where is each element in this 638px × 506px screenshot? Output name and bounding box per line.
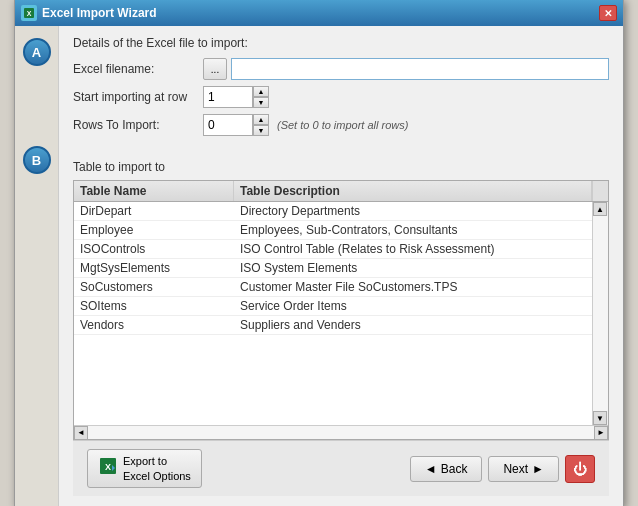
start-row-down[interactable]: ▼ <box>253 97 269 108</box>
app-icon: X <box>21 5 37 21</box>
scroll-down-btn[interactable]: ▼ <box>593 411 607 425</box>
table-section: Table to import to Table Name Table Desc… <box>73 160 609 440</box>
rows-import-down[interactable]: ▼ <box>253 125 269 136</box>
cell-desc: Directory Departments <box>234 202 592 220</box>
cell-desc: Suppliers and Venders <box>234 316 592 334</box>
cell-name: ISOControls <box>74 240 234 258</box>
rows-import-spinner: ▲ ▼ <box>203 114 269 136</box>
back-arrow-icon: ◄ <box>425 462 437 476</box>
rows-import-label: Rows To Import: <box>73 118 203 132</box>
back-button[interactable]: ◄ Back <box>410 456 483 482</box>
table-row[interactable]: SOItems Service Order Items <box>74 297 592 316</box>
rows-import-row: Rows To Import: ▲ ▼ (Set to 0 to import … <box>73 114 609 136</box>
table-row[interactable]: SoCustomers Customer Master File SoCusto… <box>74 278 592 297</box>
main-window: X Excel Import Wizard ✕ A B Details of t… <box>14 0 624 506</box>
cell-desc: Employees, Sub-Contrators, Consultants <box>234 221 592 239</box>
svg-text:X: X <box>27 10 32 17</box>
left-panel: A B <box>15 26 59 506</box>
start-row-row: Start importing at row ▲ ▼ <box>73 86 609 108</box>
nav-buttons: ◄ Back Next ► ⏻ <box>410 455 595 483</box>
horizontal-scrollbar[interactable]: ◄ ► <box>74 425 608 439</box>
scroll-track <box>593 216 608 411</box>
cell-desc: ISO System Elements <box>234 259 592 277</box>
rows-import-spinner-buttons: ▲ ▼ <box>253 114 269 136</box>
power-button[interactable]: ⏻ <box>565 455 595 483</box>
svg-text:X: X <box>105 462 111 472</box>
filename-row: Excel filename: ... <box>73 58 609 80</box>
filename-label: Excel filename: <box>73 62 203 76</box>
col-header-desc: Table Description <box>234 181 592 201</box>
power-icon: ⏻ <box>573 461 587 477</box>
start-row-input[interactable] <box>203 86 253 108</box>
step-b: B <box>23 146 51 174</box>
cell-desc: Service Order Items <box>234 297 592 315</box>
scroll-up-btn[interactable]: ▲ <box>593 202 607 216</box>
table-section-label: Table to import to <box>73 160 609 174</box>
browse-button[interactable]: ... <box>203 58 227 80</box>
h-scroll-track <box>88 426 594 439</box>
titlebar-left: X Excel Import Wizard <box>21 5 157 21</box>
bottom-bar: X Export toExcel Options ◄ Back Next ► <box>73 440 609 496</box>
table-header: Table Name Table Description <box>74 181 608 202</box>
form-area: Details of the Excel file to import: Exc… <box>73 36 609 142</box>
back-label: Back <box>441 462 468 476</box>
start-row-spinner-buttons: ▲ ▼ <box>253 86 269 108</box>
table-row[interactable]: Employee Employees, Sub-Contrators, Cons… <box>74 221 592 240</box>
titlebar: X Excel Import Wizard ✕ <box>15 0 623 26</box>
rows-import-up[interactable]: ▲ <box>253 114 269 125</box>
cell-name: SoCustomers <box>74 278 234 296</box>
next-label: Next <box>503 462 528 476</box>
next-button[interactable]: Next ► <box>488 456 559 482</box>
cell-name: Employee <box>74 221 234 239</box>
main-layout: A B Details of the Excel file to import:… <box>15 26 623 506</box>
table-row[interactable]: DirDepart Directory Departments <box>74 202 592 221</box>
rows-import-input[interactable] <box>203 114 253 136</box>
scroll-left-btn[interactable]: ◄ <box>74 426 88 440</box>
scroll-right-btn[interactable]: ► <box>594 426 608 440</box>
scrollbar-top <box>592 181 608 201</box>
vertical-scrollbar[interactable]: ▲ ▼ <box>592 202 608 425</box>
table-body[interactable]: DirDepart Directory Departments Employee… <box>74 202 592 425</box>
table-row[interactable]: Vendors Suppliers and Venders <box>74 316 592 335</box>
table-row[interactable]: ISOControls ISO Control Table (Relates t… <box>74 240 592 259</box>
next-arrow-icon: ► <box>532 462 544 476</box>
export-icon: X <box>98 456 118 481</box>
cell-name: MgtSysElements <box>74 259 234 277</box>
form-section-label: Details of the Excel file to import: <box>73 36 609 50</box>
cell-name: Vendors <box>74 316 234 334</box>
filename-input[interactable] <box>231 58 609 80</box>
col-header-name: Table Name <box>74 181 234 201</box>
window-title: Excel Import Wizard <box>42 6 157 20</box>
cell-name: DirDepart <box>74 202 234 220</box>
step-a: A <box>23 38 51 66</box>
start-row-label: Start importing at row <box>73 90 203 104</box>
close-button[interactable]: ✕ <box>599 5 617 21</box>
table-row[interactable]: MgtSysElements ISO System Elements <box>74 259 592 278</box>
rows-hint: (Set to 0 to import all rows) <box>277 119 408 131</box>
right-panel: Details of the Excel file to import: Exc… <box>59 26 623 506</box>
cell-desc: ISO Control Table (Relates to Risk Asses… <box>234 240 592 258</box>
start-row-spinner: ▲ ▼ <box>203 86 269 108</box>
export-button[interactable]: X Export toExcel Options <box>87 449 202 488</box>
spacer <box>73 152 609 160</box>
cell-name: SOItems <box>74 297 234 315</box>
export-label: Export toExcel Options <box>123 454 191 483</box>
cell-desc: Customer Master File SoCustomers.TPS <box>234 278 592 296</box>
start-row-up[interactable]: ▲ <box>253 86 269 97</box>
table-wrap: DirDepart Directory Departments Employee… <box>74 202 608 425</box>
table-container: Table Name Table Description DirDepart D… <box>73 180 609 440</box>
